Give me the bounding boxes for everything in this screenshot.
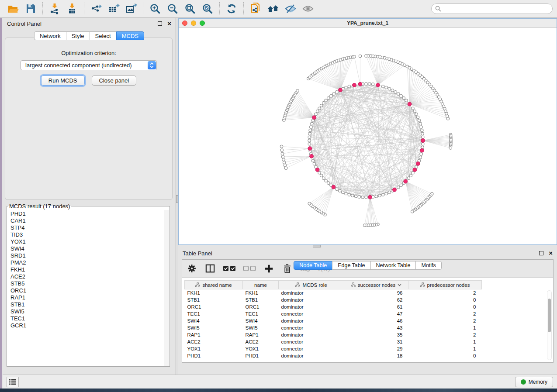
table-scrollbar[interactable] bbox=[547, 290, 552, 360]
network-node[interactable] bbox=[332, 93, 335, 95]
network-node[interactable] bbox=[351, 194, 354, 197]
network-node[interactable] bbox=[413, 110, 416, 113]
network-node[interactable] bbox=[358, 196, 360, 198]
network-dominator-node[interactable] bbox=[393, 188, 397, 192]
network-node[interactable] bbox=[381, 85, 384, 88]
open-file-button[interactable] bbox=[4, 1, 22, 16]
mcds-result-item[interactable]: TEC1 bbox=[10, 315, 163, 322]
network-leaf-node[interactable] bbox=[283, 161, 285, 164]
tab-network-table[interactable]: Network Table bbox=[370, 261, 416, 270]
houses-button[interactable] bbox=[264, 1, 282, 16]
tab-motifs[interactable]: Motifs bbox=[415, 261, 441, 270]
table-row[interactable]: TEC1TEC1connector472 bbox=[185, 310, 482, 317]
network-node[interactable] bbox=[318, 172, 321, 174]
network-leaf-node[interactable] bbox=[281, 155, 284, 158]
column-header-name[interactable]: name bbox=[243, 281, 279, 289]
network-leaf-node[interactable] bbox=[282, 158, 285, 161]
memory-button[interactable]: Memory bbox=[515, 377, 553, 387]
network-node[interactable] bbox=[420, 126, 422, 128]
mcds-result-item[interactable]: PHD1 bbox=[10, 210, 163, 217]
network-leaf-node[interactable] bbox=[403, 64, 406, 66]
table-row[interactable]: RAP1RAP1dominator352 bbox=[185, 331, 482, 338]
share-document-button[interactable] bbox=[247, 1, 264, 16]
export-image-button[interactable] bbox=[122, 1, 140, 16]
float-panel-icon[interactable] bbox=[539, 251, 543, 255]
network-node[interactable] bbox=[322, 102, 325, 104]
column-header-successor-nodes[interactable]: successor nodes bbox=[344, 281, 408, 289]
network-node[interactable] bbox=[409, 174, 412, 177]
tab-style[interactable]: Style bbox=[66, 31, 90, 40]
network-leaf-node[interactable] bbox=[284, 164, 286, 167]
network-node[interactable] bbox=[385, 86, 387, 89]
mcds-result-item[interactable]: TID3 bbox=[10, 231, 163, 238]
network-leaf-node[interactable] bbox=[359, 55, 361, 57]
network-node[interactable] bbox=[381, 193, 384, 196]
network-node[interactable] bbox=[394, 91, 397, 93]
column-header-MCDS-role[interactable]: MCDS role bbox=[279, 281, 344, 289]
network-node[interactable] bbox=[345, 86, 347, 89]
network-dominator-node[interactable] bbox=[308, 147, 312, 151]
network-node[interactable] bbox=[327, 182, 330, 184]
network-node[interactable] bbox=[310, 126, 312, 128]
network-node[interactable] bbox=[354, 195, 357, 198]
export-network-button[interactable] bbox=[87, 1, 105, 16]
scrollbar-thumb[interactable] bbox=[548, 299, 551, 332]
network-node[interactable] bbox=[422, 143, 424, 145]
network-node[interactable] bbox=[322, 177, 325, 179]
network-dominator-node[interactable] bbox=[408, 102, 412, 106]
mcds-result-item[interactable]: PMA2 bbox=[10, 259, 163, 266]
tab-select[interactable]: Select bbox=[90, 31, 117, 40]
run-mcds-button[interactable]: Run MCDS bbox=[41, 76, 85, 86]
network-dominator-node[interactable] bbox=[339, 88, 343, 92]
network-node[interactable] bbox=[405, 99, 408, 102]
network-node[interactable] bbox=[316, 110, 319, 113]
network-leaf-node[interactable] bbox=[280, 149, 283, 151]
network-dominator-node[interactable] bbox=[421, 139, 425, 143]
network-leaf-node[interactable] bbox=[446, 117, 449, 120]
network-dominator-node[interactable] bbox=[310, 154, 314, 158]
network-node[interactable] bbox=[308, 139, 311, 142]
criterion-dropdown[interactable]: largest connected component (undirected) bbox=[21, 60, 157, 70]
network-dominator-node[interactable] bbox=[315, 168, 319, 172]
mcds-result-item[interactable]: STB5 bbox=[10, 280, 163, 287]
network-node[interactable] bbox=[420, 153, 422, 155]
mcds-result-item[interactable]: YOX1 bbox=[10, 238, 163, 245]
mcds-result-item[interactable]: CAR1 bbox=[10, 217, 163, 224]
mcds-result-item[interactable]: GCR1 bbox=[10, 322, 163, 329]
mcds-result-item[interactable]: SWI4 bbox=[10, 245, 163, 252]
network-node[interactable] bbox=[308, 132, 311, 135]
column-header-predecessor-nodes[interactable]: predecessor nodes bbox=[408, 281, 482, 289]
node-table[interactable]: shared namenameMCDS rolesuccessor nodesp… bbox=[184, 280, 482, 359]
network-node[interactable] bbox=[320, 174, 322, 177]
table-row[interactable]: YOX1YOX1connector291 bbox=[185, 345, 482, 352]
network-node[interactable] bbox=[388, 191, 391, 193]
network-node[interactable] bbox=[365, 83, 367, 85]
network-dominator-node[interactable] bbox=[368, 195, 372, 199]
network-node[interactable] bbox=[336, 188, 338, 190]
network-dominator-node[interactable] bbox=[413, 168, 417, 172]
network-node[interactable] bbox=[318, 107, 321, 110]
network-node[interactable] bbox=[407, 177, 410, 179]
mcds-result-item[interactable]: RAP1 bbox=[10, 294, 163, 301]
network-node[interactable] bbox=[400, 94, 402, 97]
network-node[interactable] bbox=[400, 184, 402, 186]
network-node[interactable] bbox=[348, 85, 350, 88]
network-node[interactable] bbox=[330, 94, 332, 97]
network-node[interactable] bbox=[341, 191, 344, 193]
save-session-button[interactable] bbox=[22, 1, 39, 16]
mcds-result-item[interactable]: STP4 bbox=[10, 224, 163, 231]
mcds-result-item[interactable]: SWI5 bbox=[10, 308, 163, 315]
close-panel-icon[interactable]: × bbox=[549, 251, 553, 255]
network-node[interactable] bbox=[311, 122, 313, 125]
mcds-result-scrollbar[interactable] bbox=[164, 210, 169, 366]
network-leaf-node[interactable] bbox=[411, 210, 413, 213]
network-node[interactable] bbox=[313, 162, 315, 165]
export-table-button[interactable] bbox=[105, 1, 122, 16]
network-node[interactable] bbox=[385, 192, 387, 195]
mcds-result-item[interactable]: STB1 bbox=[10, 301, 163, 308]
mcds-result-item[interactable]: ACE2 bbox=[10, 273, 163, 280]
network-node[interactable] bbox=[375, 195, 377, 198]
close-panel-button[interactable]: Close panel bbox=[92, 76, 137, 86]
import-table-button[interactable] bbox=[63, 1, 81, 16]
import-network-button[interactable] bbox=[46, 1, 63, 16]
